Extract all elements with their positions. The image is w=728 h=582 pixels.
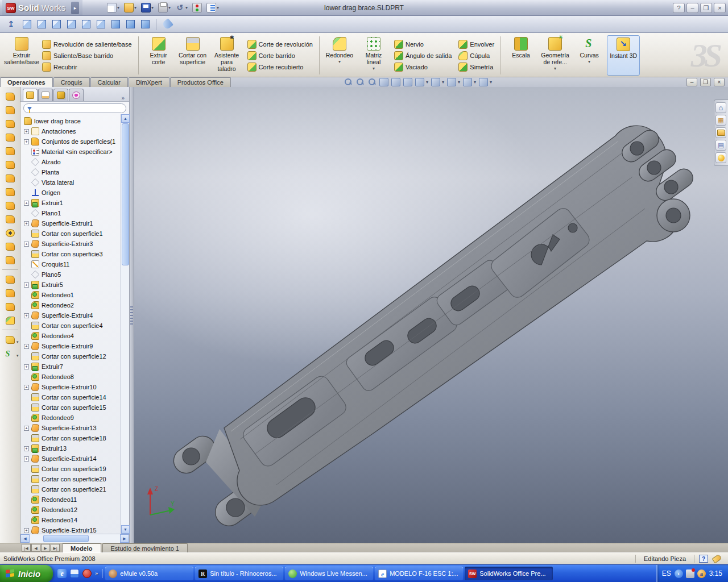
tree-item-redondeo11[interactable]: Redondeo11	[24, 494, 120, 505]
taskbar-sin-t-tulo-rhinoceros-button[interactable]: RSin título - Rhinoceros...	[195, 567, 283, 580]
tab-calcular[interactable]: Calcular	[90, 77, 128, 87]
expand-icon[interactable]: +	[24, 344, 29, 349]
normal-to-view-button[interactable]	[6, 18, 18, 31]
reference-geometry-button[interactable]: ▾	[3, 334, 18, 346]
envolver-button[interactable]: Envolver	[457, 39, 496, 49]
bottom-view-button[interactable]	[94, 18, 107, 31]
graphics-viewport[interactable]: Z Y	[134, 87, 728, 543]
show-desktop-icon[interactable]	[70, 569, 79, 578]
tree-item-cortar-con-superficie4[interactable]: Cortar con superficie4	[24, 321, 120, 331]
tab-estudio-de-movimiento-1[interactable]: Estudio de movimiento 1	[102, 543, 188, 552]
dimetric-view-button[interactable]	[139, 18, 151, 31]
tab-nav-1-button[interactable]: ◀	[31, 544, 40, 552]
view-selector-button[interactable]	[161, 18, 173, 31]
view-orientation-icon[interactable]	[431, 78, 440, 86]
view-palette-button[interactable]	[715, 140, 726, 151]
dimxpertmanager-tab[interactable]	[69, 89, 84, 101]
swept-surface-button[interactable]	[3, 90, 18, 102]
help-status-icon[interactable]: ?	[699, 555, 708, 563]
tree-item-redondeo12[interactable]: Redondeo12	[24, 505, 120, 515]
instant-3d-button[interactable]: Instant 3D	[607, 35, 640, 76]
isometric-view-button[interactable]	[109, 18, 122, 31]
rotate-view-icon[interactable]	[379, 78, 388, 86]
delete-face-button[interactable]	[3, 227, 18, 239]
section-view-icon[interactable]	[415, 78, 424, 86]
tree-item-cortar-con-superficie1[interactable]: Cortar con superficie1	[24, 228, 120, 239]
tree-item-vista-lateral[interactable]: Vista lateral	[24, 177, 120, 188]
tree-item-redondeo8[interactable]: Redondeo8	[24, 372, 120, 382]
start-button[interactable]: Inicio	[0, 565, 53, 582]
tree-horizontal-scrollbar[interactable]: ◀ ▶	[20, 534, 129, 543]
zoom-fit-icon[interactable]	[344, 78, 353, 86]
escala-button[interactable]: Escala	[504, 35, 537, 76]
tree-item-cortar-con-superficie19[interactable]: Cortar con superficie19	[24, 464, 120, 474]
rotate-3d-icon[interactable]	[403, 78, 412, 86]
vaciado-button[interactable]: Vaciado	[392, 62, 453, 72]
configurationmanager-tab[interactable]	[53, 89, 68, 101]
expand-icon[interactable]: +	[24, 456, 29, 462]
amule-tray-icon[interactable]: a	[697, 569, 706, 578]
boundary-surface-button[interactable]	[3, 145, 18, 157]
tree-item-plano1[interactable]: Plano1	[24, 208, 120, 218]
splitter-grip-icon[interactable]	[130, 306, 133, 326]
tab-nav-0-button[interactable]: |◀	[22, 544, 31, 552]
dropdown-caret-icon[interactable]: ▾	[458, 80, 460, 85]
dropdown-caret-icon[interactable]: ▾	[442, 80, 444, 85]
doc-minimize-button[interactable]: –	[686, 78, 697, 86]
lofted-surface-button[interactable]	[3, 131, 18, 143]
extruir-corte-button[interactable]: Extruir corte	[142, 35, 175, 76]
scroll-right-icon[interactable]: ▶	[120, 534, 129, 543]
extruir-saliente-base-button[interactable]: Extruir saliente/base	[5, 35, 38, 76]
scroll-left-icon[interactable]: ◀	[20, 534, 30, 543]
corte-recubierto-button[interactable]: Corte recubierto	[246, 62, 315, 72]
expand-icon[interactable]: +	[24, 201, 29, 206]
taskbar-windows-live-messen-button[interactable]: Windows Live Messen...	[285, 567, 373, 580]
doc-restore-button[interactable]: ❐	[700, 78, 711, 86]
curves-button[interactable]: ▾	[3, 347, 18, 359]
dropdown-caret-icon[interactable]: ▾	[490, 80, 492, 85]
expand-icon[interactable]: +	[24, 528, 29, 533]
planar-surface-button[interactable]	[3, 172, 18, 184]
asistente-para-taladro-button[interactable]: Asistente para taladro	[210, 35, 243, 76]
nervio-button[interactable]: Nervio	[392, 39, 453, 49]
hide-tray-icons-icon[interactable]: ‹	[675, 569, 683, 578]
zoom-area-icon[interactable]	[355, 78, 365, 86]
tree-item-superficie-extruir13[interactable]: +Superficie-Extruir13	[24, 423, 120, 433]
print-button[interactable]: ▾	[156, 2, 172, 14]
tree-item-cortar-con-superficie21[interactable]: Cortar con superficie21	[24, 484, 120, 494]
appearances-icon[interactable]	[463, 78, 472, 86]
saliente-base-barrido-button[interactable]: Saliente/Base barrido	[40, 51, 134, 61]
tree-item-redondeo14[interactable]: Redondeo14	[24, 515, 120, 525]
tree-item-plano5[interactable]: Plano5	[24, 269, 120, 280]
tree-item-superficie-extruir14[interactable]: +Superficie-Extruir14	[24, 454, 120, 464]
tree-item-superficie-extruir4[interactable]: +Superficie-Extruir4	[24, 310, 120, 321]
parting-surface-button[interactable]	[3, 301, 18, 313]
tree-item-cortar-con-superficie14[interactable]: Cortar con superficie14	[24, 392, 120, 402]
appearances-scenes-button[interactable]	[715, 152, 726, 163]
revolved-surface-button[interactable]	[3, 104, 18, 116]
fillet-surface-button[interactable]	[3, 213, 18, 225]
tree-item-cortar-con-superficie15[interactable]: Cortar con superficie15	[24, 402, 120, 413]
tab-dimxpert[interactable]: DimXpert	[129, 77, 169, 87]
tree-item-anotaciones[interactable]: +Anotaciones	[24, 126, 120, 136]
file-explorer-button[interactable]	[715, 127, 726, 138]
tree-item-superficie-extruir3[interactable]: +Superficie-Extruir3	[24, 239, 120, 249]
new-document-button[interactable]: ▾	[105, 2, 121, 14]
tree-item-extruir13[interactable]: +Extruir13	[24, 443, 120, 454]
offset-surface-button[interactable]	[3, 159, 18, 171]
thicken-button[interactable]	[3, 240, 18, 252]
scene-icon[interactable]	[479, 78, 488, 86]
tree-item-extruir1[interactable]: +Extruir1	[24, 198, 120, 208]
ngulo-de-salida-button[interactable]: Ángulo de salida	[392, 51, 453, 61]
tree-item-cortar-con-superficie3[interactable]: Cortar con superficie3	[24, 249, 120, 259]
expand-icon[interactable]: +	[24, 242, 29, 247]
hscroll-thumb[interactable]	[43, 535, 89, 542]
restore-button[interactable]: ❐	[700, 3, 712, 13]
part-model-lower-drag-brace[interactable]	[134, 87, 728, 543]
expand-icon[interactable]: +	[24, 364, 29, 369]
expand-icon[interactable]: +	[24, 385, 29, 390]
tree-item-material-sin-especificar[interactable]: Material <sin especificar>	[24, 147, 120, 157]
back-view-button[interactable]	[35, 18, 48, 31]
panel-overflow-chevron[interactable]: »	[119, 95, 127, 101]
propertymanager-tab[interactable]	[38, 89, 53, 101]
